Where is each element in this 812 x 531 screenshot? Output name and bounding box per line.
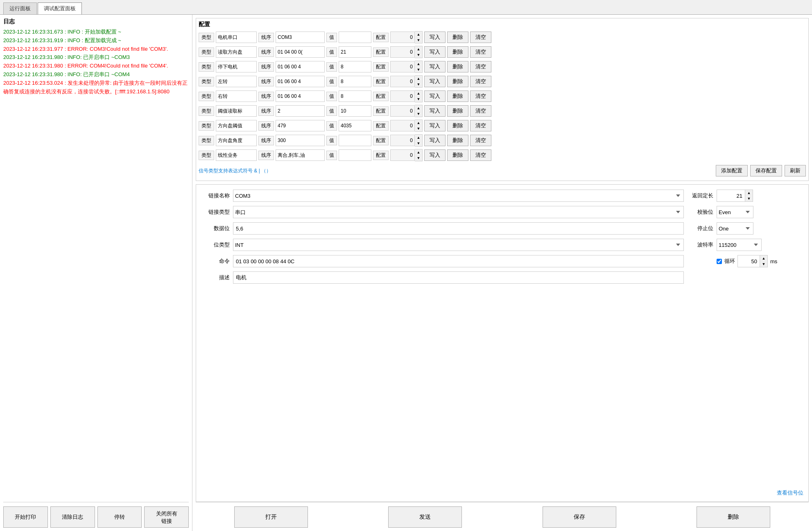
- config-spinner-input[interactable]: [390, 61, 415, 72]
- config-val-input[interactable]: [339, 105, 371, 117]
- btn-close-all[interactable]: 关闭所有链接: [144, 506, 189, 528]
- config-spinner-down[interactable]: ▼: [415, 96, 422, 102]
- tab-run-panel[interactable]: 运行面板: [3, 2, 37, 14]
- config-name-input[interactable]: [216, 90, 257, 102]
- btn-write[interactable]: 写入: [424, 149, 446, 161]
- config-name-input[interactable]: [216, 46, 257, 58]
- config-spinner-up[interactable]: ▲: [415, 76, 422, 81]
- btn-clear[interactable]: 清空: [470, 120, 491, 131]
- btn-save[interactable]: 保存: [543, 506, 616, 528]
- btn-clear[interactable]: 清空: [470, 90, 491, 102]
- config-spinner-up[interactable]: ▲: [415, 61, 422, 67]
- btn-delete[interactable]: 删除: [447, 46, 468, 58]
- config-val-input[interactable]: [339, 90, 371, 102]
- config-spinner-up[interactable]: ▲: [415, 90, 422, 96]
- config-spinner-input[interactable]: [390, 149, 415, 161]
- btn-delete[interactable]: 删除: [447, 61, 468, 72]
- config-spinner-down[interactable]: ▼: [415, 155, 422, 161]
- btn-delete[interactable]: 删除: [447, 105, 468, 117]
- config-seq-input[interactable]: [276, 120, 325, 131]
- config-name-input[interactable]: [216, 61, 257, 72]
- config-spinner-down[interactable]: ▼: [415, 111, 422, 117]
- btn-delete[interactable]: 删除: [697, 506, 770, 528]
- config-spinner-down[interactable]: ▼: [415, 37, 422, 43]
- config-val-input[interactable]: [339, 76, 371, 87]
- loop-interval-up[interactable]: ▲: [760, 255, 767, 261]
- data-bits-input[interactable]: [233, 222, 684, 235]
- loop-interval-input[interactable]: [737, 255, 760, 267]
- config-seq-input[interactable]: [276, 149, 325, 161]
- config-spinner-input[interactable]: [390, 76, 415, 87]
- tab-debug-panel[interactable]: 调试配置面板: [38, 2, 82, 14]
- btn-write[interactable]: 写入: [424, 105, 446, 117]
- btn-write[interactable]: 写入: [424, 76, 446, 87]
- config-spinner-input[interactable]: [390, 46, 415, 58]
- config-spinner-down[interactable]: ▼: [415, 140, 422, 146]
- btn-write[interactable]: 写入: [424, 135, 446, 146]
- return-len-down[interactable]: ▼: [745, 196, 753, 201]
- config-name-input[interactable]: [216, 105, 257, 117]
- btn-clear[interactable]: 清空: [470, 76, 491, 87]
- config-seq-input[interactable]: [276, 90, 325, 102]
- btn-write[interactable]: 写入: [424, 120, 446, 131]
- desc-input[interactable]: [233, 271, 684, 284]
- connection-type-select[interactable]: 串口 TCP: [233, 206, 684, 218]
- stop-bit-select[interactable]: One Two: [717, 222, 753, 235]
- config-seq-input[interactable]: [276, 76, 325, 87]
- config-seq-input[interactable]: [276, 32, 325, 43]
- view-signal-link[interactable]: 查看信号位: [777, 490, 803, 496]
- config-name-input[interactable]: [216, 32, 257, 43]
- btn-add-config[interactable]: 添加配置: [716, 165, 748, 176]
- signal-link[interactable]: 信号类型支持表达式符号 & | （）: [199, 167, 713, 174]
- btn-delete[interactable]: 删除: [447, 76, 468, 87]
- config-spinner-up[interactable]: ▲: [415, 105, 422, 111]
- return-len-input[interactable]: [717, 190, 745, 202]
- btn-write[interactable]: 写入: [424, 90, 446, 102]
- return-len-up[interactable]: ▲: [745, 190, 753, 196]
- config-spinner-down[interactable]: ▼: [415, 126, 422, 131]
- parity-select[interactable]: Even Odd None: [717, 206, 753, 218]
- config-seq-input[interactable]: [276, 105, 325, 117]
- btn-delete[interactable]: 删除: [447, 90, 468, 102]
- config-name-input[interactable]: [216, 135, 257, 146]
- config-spinner-up[interactable]: ▲: [415, 120, 422, 126]
- loop-interval-down[interactable]: ▼: [760, 261, 767, 267]
- btn-delete[interactable]: 删除: [447, 120, 468, 131]
- config-seq-input[interactable]: [276, 61, 325, 72]
- config-val-input[interactable]: [339, 120, 371, 131]
- config-spinner-down[interactable]: ▼: [415, 81, 422, 87]
- config-spinner-up[interactable]: ▲: [415, 135, 422, 140]
- config-val-input[interactable]: [339, 149, 371, 161]
- config-seq-input[interactable]: [276, 135, 325, 146]
- config-spinner-down[interactable]: ▼: [415, 67, 422, 72]
- btn-write[interactable]: 写入: [424, 32, 446, 43]
- config-spinner-input[interactable]: [390, 90, 415, 102]
- config-val-input[interactable]: [339, 61, 371, 72]
- command-input[interactable]: [233, 255, 684, 267]
- btn-clear[interactable]: 清空: [470, 46, 491, 58]
- config-seq-input[interactable]: [276, 46, 325, 58]
- config-spinner-input[interactable]: [390, 135, 415, 146]
- btn-save-config[interactable]: 保存配置: [750, 165, 782, 176]
- btn-clear[interactable]: 清空: [470, 61, 491, 72]
- config-name-input[interactable]: [216, 120, 257, 131]
- btn-write[interactable]: 写入: [424, 61, 446, 72]
- config-val-input[interactable]: [339, 32, 371, 43]
- config-val-input[interactable]: [339, 135, 371, 146]
- config-val-input[interactable]: [339, 46, 371, 58]
- btn-delete[interactable]: 删除: [447, 32, 468, 43]
- config-spinner-input[interactable]: [390, 32, 415, 43]
- config-spinner-up[interactable]: ▲: [415, 32, 422, 37]
- btn-clear[interactable]: 清空: [470, 105, 491, 117]
- btn-start-print[interactable]: 开始打印: [3, 506, 48, 528]
- btn-refresh[interactable]: 刷新: [785, 165, 806, 176]
- btn-stop[interactable]: 停转: [97, 506, 142, 528]
- btn-clear-log[interactable]: 清除日志: [50, 506, 95, 528]
- config-spinner-input[interactable]: [390, 105, 415, 117]
- baud-rate-select[interactable]: 9600 19200 38400 57600 115200: [717, 239, 762, 251]
- btn-open[interactable]: 打开: [234, 506, 308, 528]
- connection-name-select[interactable]: COM3 COM4: [233, 190, 684, 202]
- bit-type-select[interactable]: INT FLOAT DOUBLE: [233, 239, 684, 251]
- config-spinner-up[interactable]: ▲: [415, 46, 422, 52]
- btn-delete[interactable]: 删除: [447, 149, 468, 161]
